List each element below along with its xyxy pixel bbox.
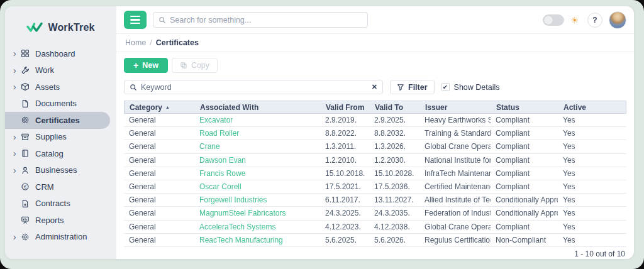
- column-header-status[interactable]: Status: [491, 103, 558, 112]
- filter-button[interactable]: Filter: [390, 80, 435, 94]
- search-icon: [158, 16, 166, 24]
- theme-toggle[interactable]: [543, 14, 564, 26]
- cell-status: Non-Compliant: [491, 236, 558, 244]
- column-header-valid_from[interactable]: Valid From: [321, 103, 370, 112]
- table-row[interactable]: GeneralOscar Corell17.5.2021.17.5.2036.C…: [124, 180, 626, 194]
- cell-status: Compliant: [491, 116, 558, 124]
- column-header-issuer[interactable]: Issuer: [420, 103, 491, 112]
- cell-issuer: Allied Institute of Tech...: [419, 195, 491, 204]
- cell-associated_with[interactable]: Dawson Evan: [194, 156, 320, 165]
- sidebar-item-crm[interactable]: €CRM: [5, 178, 116, 195]
- action-toolbar: + New Copy: [124, 58, 626, 73]
- sidebar-item-catalog[interactable]: ›Catalog: [5, 145, 116, 162]
- table-row[interactable]: GeneralForgewell Industries6.11.2017.13.…: [124, 194, 626, 207]
- keyword-input[interactable]: [141, 83, 368, 92]
- sidebar: WorkTrek ›Dashboard›Work›AssetsDocuments…: [5, 6, 116, 259]
- cell-active: Yes: [558, 169, 626, 178]
- sidebar-item-label: CRM: [35, 182, 54, 192]
- cell-status: Compliant: [491, 156, 558, 165]
- cell-valid_to: 5.6.2026.: [369, 236, 419, 244]
- sidebar-menu: ›Dashboard›Work›AssetsDocumentsCertifica…: [5, 45, 116, 245]
- cell-category: General: [124, 116, 194, 124]
- column-label: Active: [564, 103, 586, 112]
- cell-status: Compliant: [491, 222, 558, 231]
- sun-icon: ☀: [570, 16, 579, 25]
- cell-issuer: Global Crane Operator...: [419, 142, 491, 151]
- sidebar-item-supplies[interactable]: ›Supplies: [5, 129, 116, 146]
- column-label: Valid From: [326, 103, 364, 112]
- cell-issuer: National Institute for ...: [419, 156, 491, 165]
- clear-icon[interactable]: ✕: [372, 83, 377, 91]
- cell-associated_with[interactable]: Crane: [194, 142, 320, 151]
- sidebar-item-businesses[interactable]: ›Businesses: [5, 162, 116, 179]
- cell-active: Yes: [558, 236, 626, 244]
- app-window: WorkTrek ›Dashboard›Work›AssetsDocuments…: [5, 6, 634, 259]
- sidebar-item-label: Contracts: [35, 199, 70, 208]
- table-row[interactable]: GeneralDawson Evan1.2.2010.1.2.2030.Nati…: [124, 154, 626, 167]
- sidebar-item-certificates[interactable]: Certificates: [5, 112, 110, 129]
- app-title: WorkTrek: [48, 22, 94, 33]
- cell-associated_with[interactable]: Forgewell Industries: [194, 195, 320, 204]
- sidebar-item-contracts[interactable]: Contracts: [5, 195, 116, 212]
- global-search[interactable]: [153, 12, 368, 28]
- table-row[interactable]: GeneralFrancis Rowe15.10.2018.15.10.2028…: [124, 167, 626, 180]
- content: + New Copy: [116, 52, 634, 259]
- filter-button-label: Filter: [408, 83, 428, 92]
- global-search-input[interactable]: [170, 16, 362, 25]
- column-header-associated_with[interactable]: Associated With: [195, 103, 321, 112]
- checkbox-checked-icon[interactable]: ✔: [441, 83, 450, 91]
- show-details-toggle[interactable]: ✔ Show Details: [441, 83, 500, 92]
- cell-associated_with[interactable]: Road Roller: [194, 129, 320, 138]
- copy-button-label: Copy: [191, 61, 209, 70]
- sidebar-item-dashboard[interactable]: ›Dashboard: [5, 45, 116, 62]
- cell-valid_to: 17.5.2036.: [369, 182, 419, 191]
- table-row[interactable]: GeneralReacTech Manufacturing5.6.2025.5.…: [124, 234, 626, 247]
- cell-issuer: Heavy Earthworks Safe...: [419, 116, 491, 124]
- chevron-right-icon: ›: [13, 82, 20, 91]
- table-row[interactable]: GeneralExcavator2.9.2019.2.9.2025.Heavy …: [124, 114, 626, 127]
- search-icon: [130, 84, 137, 91]
- cell-valid_to: 8.8.2032.: [369, 129, 419, 138]
- table-row[interactable]: GeneralMagnumSteel Fabricators24.3.2025.…: [124, 207, 626, 220]
- new-button-label: New: [142, 61, 158, 70]
- cell-active: Yes: [558, 195, 626, 204]
- menu-toggle-button[interactable]: [124, 11, 147, 29]
- cell-category: General: [124, 156, 194, 165]
- sidebar-item-assets[interactable]: ›Assets: [5, 79, 116, 96]
- cell-status: Compliant: [491, 169, 558, 178]
- sidebar-item-label: Documents: [35, 99, 77, 108]
- help-button[interactable]: ?: [587, 13, 602, 28]
- column-label: Issuer: [425, 103, 447, 112]
- cell-associated_with[interactable]: Excavator: [194, 116, 320, 124]
- column-header-category[interactable]: Category▲: [125, 103, 195, 112]
- cell-valid_from: 4.12.2023.: [320, 222, 369, 231]
- pagination-summary: 1 - 10 out of 10: [574, 250, 625, 258]
- cell-associated_with[interactable]: MagnumSteel Fabricators: [194, 209, 320, 217]
- breadcrumb-home[interactable]: Home: [125, 38, 146, 47]
- table-row[interactable]: GeneralAcceleraTech Systems4.12.2023.4.1…: [124, 221, 626, 234]
- cell-associated_with[interactable]: AcceleraTech Systems: [194, 222, 320, 231]
- cell-valid_from: 15.10.2018.: [320, 169, 369, 178]
- cell-valid_from: 8.8.2022.: [320, 129, 369, 138]
- column-header-active[interactable]: Active: [558, 103, 626, 112]
- keyword-search[interactable]: ✕: [124, 80, 383, 94]
- cell-associated_with[interactable]: ReacTech Manufacturing: [194, 236, 320, 244]
- show-details-label: Show Details: [454, 83, 500, 92]
- column-label: Status: [496, 103, 519, 112]
- new-button[interactable]: + New: [124, 58, 168, 73]
- cell-associated_with[interactable]: Francis Rowe: [194, 169, 320, 178]
- cell-associated_with[interactable]: Oscar Corell: [194, 182, 320, 191]
- copy-button[interactable]: Copy: [172, 58, 218, 73]
- cell-status: Conditionally Approved: [491, 209, 558, 217]
- table-row[interactable]: GeneralRoad Roller8.8.2022.8.8.2032.Trai…: [124, 127, 626, 140]
- sidebar-item-administration[interactable]: ›Administration: [5, 229, 116, 246]
- user-avatar[interactable]: [609, 11, 626, 29]
- sidebar-item-documents[interactable]: Documents: [5, 96, 116, 113]
- sidebar-item-reports[interactable]: Reports: [5, 212, 116, 229]
- sidebar-item-work[interactable]: ›Work: [5, 62, 116, 79]
- breadcrumb-separator: /: [150, 38, 152, 47]
- table-row[interactable]: GeneralCrane1.3.2011.1.3.2026.Global Cra…: [124, 140, 626, 153]
- hamburger-icon: [130, 16, 140, 18]
- column-header-valid_to[interactable]: Valid To: [370, 103, 420, 112]
- table-body: GeneralExcavator2.9.2019.2.9.2025.Heavy …: [124, 114, 626, 247]
